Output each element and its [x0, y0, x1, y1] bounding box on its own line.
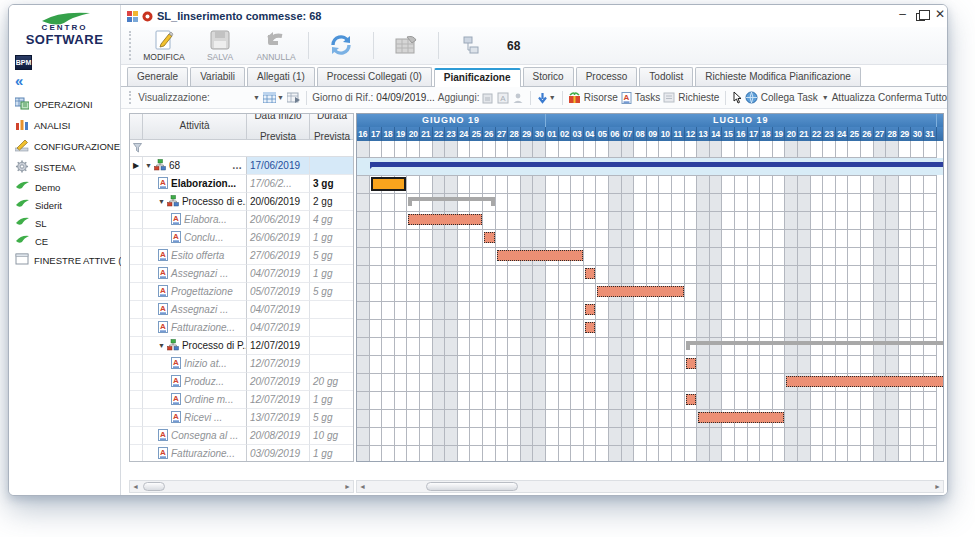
table-row[interactable]: AProduz...20/07/201920 gg [130, 373, 353, 391]
sidebar-item-operazioni[interactable]: OPERAZIONI [13, 94, 116, 115]
activity-name-cell[interactable]: AFatturazione... [143, 319, 247, 337]
task-bar[interactable] [585, 304, 596, 315]
duration-cell[interactable]: 3 gg [310, 175, 354, 193]
duration-cell[interactable]: 10 gg [310, 427, 354, 445]
tab-richieste-modifica-pianificazione[interactable]: Richieste Modifica Pianificazione [695, 67, 861, 86]
duration-cell[interactable]: 1 gg [310, 265, 354, 283]
annulla-button[interactable]: ANNULLA [248, 29, 304, 62]
start-date-cell[interactable]: 17/06/2019 [247, 157, 310, 175]
activity-name-cell[interactable]: AAssegnazi ... [143, 301, 247, 319]
header-durata[interactable]: DurataPrevista [310, 114, 354, 140]
activity-name-cell[interactable]: AConsegna al ... [143, 427, 247, 445]
tab-processo[interactable]: Processo [576, 67, 638, 86]
activity-name-cell[interactable]: AAssegnazi ... [143, 265, 247, 283]
table-row[interactable]: ▶▼68…17/06/2019 [130, 157, 353, 175]
gantt-hscrollbar[interactable]: ◄ ► [356, 480, 944, 493]
duration-cell[interactable]: 4 gg [310, 211, 354, 229]
duration-cell[interactable]: 2 gg [310, 193, 354, 211]
activity-name-cell[interactable]: ▼68… [143, 157, 247, 175]
expander-icon[interactable]: ▼ [145, 162, 152, 169]
start-date-cell[interactable]: 27/06/2019 [247, 247, 310, 265]
table-row[interactable]: ARicevi ...13/07/20195 gg [130, 409, 353, 427]
add-item-button[interactable] [482, 92, 494, 104]
start-date-cell[interactable]: 04/07/2019 [247, 265, 310, 283]
task-bar[interactable] [585, 322, 596, 333]
duration-cell[interactable] [310, 337, 354, 355]
collega-task-button[interactable]: Collega Task ▼ [745, 91, 829, 104]
table-row[interactable]: AEsito offerta27/06/20195 gg [130, 247, 353, 265]
duration-cell[interactable] [310, 319, 354, 337]
header-data-inizio[interactable]: Data InizioPrevista [247, 114, 310, 140]
table-row[interactable]: AAssegnazi ...04/07/2019 [130, 301, 353, 319]
start-date-cell[interactable]: 13/07/2019 [247, 409, 310, 427]
tasks-button[interactable]: A Tasks [621, 92, 661, 104]
tab-allegati-1-[interactable]: Allegati (1) [247, 67, 315, 86]
activity-name-cell[interactable]: AProduz... [143, 373, 247, 391]
phase-summary-bar[interactable] [408, 197, 494, 201]
sidebar-item-sl[interactable]: SL [13, 214, 116, 232]
activity-name-cell[interactable]: AElabora... [143, 211, 247, 229]
scroll-to-task-button[interactable]: ▼ [537, 92, 556, 104]
scroll-left-icon[interactable]: ◄ [357, 483, 368, 490]
giorno-rif-value[interactable]: 04/09/2019... [376, 92, 434, 103]
gantt-hscroll-thumb[interactable] [426, 482, 518, 491]
sidebar-item-finestre-attive-3-[interactable]: FINESTRE ATTIVE (3) [13, 250, 116, 270]
tab-variabili[interactable]: Variabili [190, 67, 245, 86]
start-date-cell[interactable]: 04/07/2019 [247, 319, 310, 337]
duration-cell[interactable] [310, 157, 354, 175]
table-row[interactable]: AElaborazion...17/06/2...3 gg [130, 175, 353, 193]
duration-cell[interactable] [310, 355, 354, 373]
phase-summary-bar[interactable] [686, 341, 944, 345]
close-button[interactable]: ✕ [935, 7, 945, 21]
sidebar-item-sistema[interactable]: SISTEMA [13, 157, 116, 178]
start-date-cell[interactable]: 12/07/2019 [247, 391, 310, 409]
gantt-hscroll-track[interactable] [368, 481, 932, 492]
start-date-cell[interactable]: 04/07/2019 [247, 301, 310, 319]
task-bar[interactable] [597, 286, 683, 297]
sidebar-item-ce[interactable]: CE [13, 232, 116, 250]
bpm-badge[interactable]: BPM [15, 55, 32, 70]
project-summary-bar[interactable] [371, 162, 944, 167]
activity-name-cell[interactable]: ▼Processo di P... [143, 337, 247, 355]
task-bar[interactable] [408, 214, 482, 225]
chevron-down-icon[interactable]: ▼ [253, 94, 260, 101]
table-row[interactable]: AProgettazione05/07/20195 gg [130, 283, 353, 301]
expander-icon[interactable]: ▼ [158, 342, 165, 349]
start-date-cell[interactable]: 20/06/2019 [247, 193, 310, 211]
table-row[interactable]: AInizio at...12/07/2019 [130, 355, 353, 373]
grid-view-button[interactable]: ▼ [263, 92, 284, 103]
duration-cell[interactable]: 1 gg [310, 445, 354, 462]
duration-cell[interactable]: 5 gg [310, 409, 354, 427]
expander-icon[interactable]: ▼ [158, 198, 165, 205]
modifica-button[interactable]: MODIFICA [136, 29, 192, 62]
header-selector[interactable] [130, 114, 143, 140]
start-date-cell[interactable]: 20/06/2019 [247, 211, 310, 229]
table-row[interactable]: AAssegnazi ...04/07/20191 gg [130, 265, 353, 283]
table-row[interactable]: AConclu...26/06/20191 gg [130, 229, 353, 247]
tab-storico[interactable]: Storico [523, 67, 574, 86]
tab-todolist[interactable]: Todolist [639, 67, 693, 86]
duration-cell[interactable] [310, 301, 354, 319]
sidebar-item-demo[interactable]: Demo [13, 178, 116, 196]
duration-cell[interactable]: 1 gg [310, 391, 354, 409]
task-bar[interactable] [585, 268, 596, 279]
activity-name-cell[interactable]: AOrdine m... [143, 391, 247, 409]
start-date-cell[interactable]: 05/07/2019 [247, 283, 310, 301]
current-task-bar[interactable] [371, 177, 407, 191]
activity-name-cell[interactable]: AProgettazione [143, 283, 247, 301]
activity-name-cell[interactable]: ▼Processo di e... [143, 193, 247, 211]
table-hscroll-track[interactable] [141, 481, 342, 492]
add-task-button[interactable]: A [497, 92, 509, 104]
pointer-tool-button[interactable] [732, 91, 742, 104]
grid-tool-button[interactable] [378, 33, 434, 58]
table-row[interactable]: AFatturazione...04/07/2019 [130, 319, 353, 337]
activity-name-cell[interactable]: AEsito offerta [143, 247, 247, 265]
start-date-cell[interactable]: 12/07/2019 [247, 337, 310, 355]
scroll-right-icon[interactable]: ► [342, 483, 353, 490]
table-row[interactable]: ▼Processo di P...12/07/2019 [130, 337, 353, 355]
duration-cell[interactable]: 5 gg [310, 283, 354, 301]
activity-name-cell[interactable]: AElaborazion... [143, 175, 247, 193]
filter-row[interactable] [130, 140, 353, 157]
task-bar[interactable] [484, 232, 495, 243]
richieste-button[interactable]: Richieste [663, 92, 719, 103]
